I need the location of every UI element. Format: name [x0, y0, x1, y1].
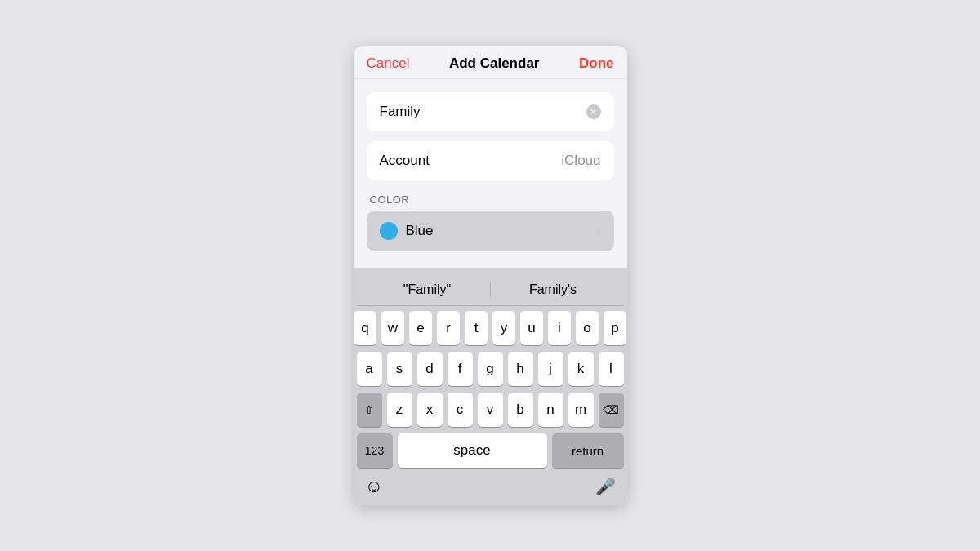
- key-q[interactable]: q: [354, 311, 376, 345]
- autocomplete-item-1[interactable]: "Family": [365, 279, 490, 300]
- key-l[interactable]: l: [599, 352, 624, 386]
- calendar-name-row: [367, 92, 614, 131]
- key-p[interactable]: p: [604, 311, 626, 345]
- key-h[interactable]: h: [508, 352, 533, 386]
- key-e[interactable]: e: [409, 311, 432, 345]
- space-button[interactable]: space: [398, 433, 547, 468]
- key-w[interactable]: w: [381, 311, 404, 345]
- key-r[interactable]: r: [437, 311, 460, 345]
- calendar-name-input[interactable]: [380, 104, 586, 120]
- key-s[interactable]: s: [387, 352, 412, 386]
- key-z[interactable]: z: [387, 393, 412, 427]
- color-name: Blue: [406, 223, 434, 239]
- shift-button[interactable]: ⇧: [357, 393, 382, 427]
- color-left: Blue: [380, 222, 434, 240]
- color-picker-row[interactable]: Blue ›: [367, 211, 614, 251]
- color-dot: [380, 222, 398, 240]
- key-k[interactable]: k: [568, 352, 594, 386]
- key-d[interactable]: d: [417, 352, 443, 386]
- autocomplete-item-2[interactable]: Family's: [491, 279, 616, 300]
- keyboard: "Family" Family's q w e r t y u i o p a …: [354, 268, 627, 505]
- bottom-icons-row: ☺ 🎤: [357, 471, 624, 502]
- nav-bar: Cancel Add Calendar Done: [354, 46, 627, 79]
- backspace-button[interactable]: ⌫: [599, 393, 624, 427]
- account-label: Account: [380, 153, 430, 169]
- return-button[interactable]: return: [552, 433, 624, 468]
- key-u[interactable]: u: [520, 311, 543, 345]
- form-area: Account iCloud COLOR Blue ›: [354, 79, 627, 251]
- key-t[interactable]: t: [465, 311, 488, 345]
- key-a[interactable]: a: [357, 352, 382, 386]
- key-j[interactable]: j: [538, 352, 564, 386]
- done-button[interactable]: Done: [579, 56, 614, 72]
- phone-container: Cancel Add Calendar Done Account iCloud …: [354, 46, 627, 505]
- keyboard-row-3: ⇧ z x c v b n m ⌫: [357, 393, 624, 427]
- emoji-button[interactable]: ☺: [365, 476, 383, 497]
- key-o[interactable]: o: [576, 311, 599, 345]
- clear-input-button[interactable]: [586, 104, 601, 119]
- key-v[interactable]: v: [478, 393, 503, 427]
- keyboard-row-1: q w e r t y u i o p: [357, 311, 624, 345]
- keyboard-bottom-row: 123 space return: [357, 433, 624, 468]
- key-m[interactable]: m: [568, 393, 594, 427]
- microphone-button[interactable]: 🎤: [595, 477, 616, 496]
- account-value: iCloud: [561, 153, 600, 169]
- key-n[interactable]: n: [538, 393, 564, 427]
- color-section: COLOR Blue ›: [367, 193, 614, 251]
- key-y[interactable]: y: [492, 311, 515, 345]
- key-b[interactable]: b: [508, 393, 533, 427]
- autocomplete-bar: "Family" Family's: [357, 274, 624, 306]
- cancel-button[interactable]: Cancel: [367, 56, 410, 72]
- keyboard-row-2: a s d f g h j k l: [357, 352, 624, 386]
- key-i[interactable]: i: [548, 311, 571, 345]
- key-g[interactable]: g: [478, 352, 503, 386]
- key-x[interactable]: x: [417, 393, 443, 427]
- color-section-label: COLOR: [367, 193, 614, 211]
- numbers-button[interactable]: 123: [357, 433, 393, 468]
- nav-title: Add Calendar: [449, 56, 540, 72]
- account-row: Account iCloud: [367, 141, 614, 180]
- key-c[interactable]: c: [448, 393, 473, 427]
- key-f[interactable]: f: [448, 352, 473, 386]
- chevron-right-icon: ›: [596, 224, 600, 238]
- spacer: [354, 251, 627, 268]
